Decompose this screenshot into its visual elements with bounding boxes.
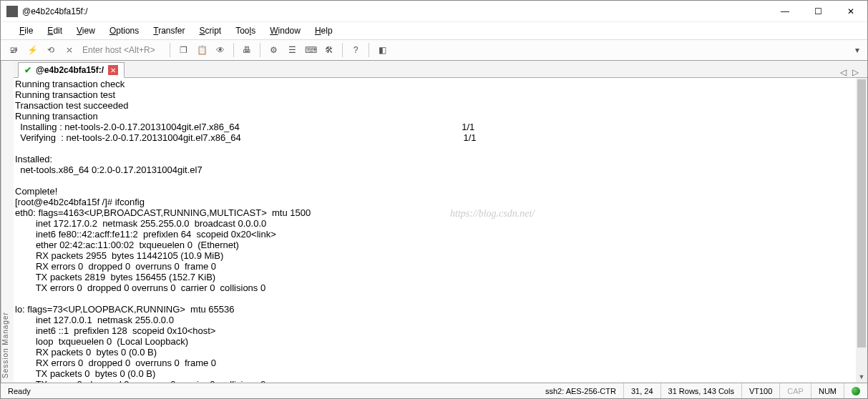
minimize-button[interactable]: — (769, 1, 801, 22)
menu-edit[interactable]: Edit (42, 24, 68, 37)
close-button[interactable]: ✕ (834, 1, 867, 22)
menu-transfer[interactable]: Transfer (147, 24, 190, 37)
paste-icon[interactable]: 📋 (193, 41, 210, 59)
terminal-output: Running transaction check Running transa… (15, 79, 863, 383)
maximize-icon: ☐ (814, 6, 822, 16)
menu-script[interactable]: Script (194, 24, 228, 37)
tab-next-icon[interactable]: ▷ (852, 67, 859, 77)
minimize-icon: — (781, 6, 789, 16)
close-icon: ✕ (847, 6, 854, 16)
separator (369, 43, 369, 57)
copy-icon[interactable]: ❐ (175, 41, 192, 59)
status-cursor-pos: 31, 24 (624, 383, 661, 398)
main-row: Session Manager ✔ @e4b2c4bfa15f:/ ✕ ◁ ▷ … (1, 61, 867, 383)
connect-icon[interactable]: 🖳 (5, 41, 22, 59)
tab-nav: ◁ ▷ (840, 67, 863, 77)
help-icon[interactable]: ? (347, 41, 364, 59)
menu-view[interactable]: View (71, 24, 101, 37)
tab-close-button[interactable]: ✕ (108, 65, 118, 75)
settings-icon[interactable]: ⚙ (265, 41, 282, 59)
find-icon[interactable]: 👁 (212, 41, 229, 59)
menu-bar: File Edit View Options Transfer Script T… (1, 22, 867, 39)
session-tab[interactable]: ✔ @e4b2c4bfa15f:/ ✕ (18, 62, 125, 78)
print-icon[interactable]: 🖶 (238, 41, 255, 59)
session-manager-tab[interactable]: Session Manager (1, 61, 14, 383)
extra-icon[interactable]: ◧ (374, 41, 391, 59)
main-area: ✔ @e4b2c4bfa15f:/ ✕ ◁ ▷ https://blog.csd… (14, 61, 867, 383)
reconnect-icon[interactable]: ⟲ (42, 41, 59, 59)
menu-tools[interactable]: Tools (230, 24, 261, 37)
tab-label: @e4b2c4bfa15f:/ (36, 65, 104, 75)
disconnect-icon[interactable]: ⤫ (61, 41, 78, 59)
separator (170, 43, 170, 57)
separator (233, 43, 234, 57)
status-record (844, 383, 867, 398)
menu-file[interactable]: File (14, 24, 39, 37)
scroll-thumb[interactable] (857, 79, 866, 348)
terminal[interactable]: https://blog.csdn.net/ Running transacti… (14, 78, 867, 383)
separator (260, 43, 260, 57)
host-input[interactable]: Enter host <Alt+R> (79, 44, 165, 56)
menu-options[interactable]: Options (104, 24, 145, 37)
separator (342, 43, 343, 57)
tab-prev-icon[interactable]: ◁ (840, 67, 847, 77)
status-term: VT100 (742, 383, 780, 398)
menu-window[interactable]: Window (264, 24, 306, 37)
window-title: @e4b2c4bfa15f:/ (22, 6, 769, 16)
scroll-down-icon[interactable]: ▼ (856, 371, 867, 383)
toolbar: 🖳 ⚡ ⟲ ⤫ Enter host <Alt+R> ❐ 📋 👁 🖶 ⚙ ☰ ⌨… (1, 39, 867, 61)
status-size: 31 Rows, 143 Cols (661, 383, 742, 398)
status-num: NUM (811, 383, 844, 398)
status-cap: CAP (780, 383, 811, 398)
scrollbar[interactable]: ▲ ▼ (856, 78, 867, 383)
status-bar: Ready ssh2: AES-256-CTR 31, 24 31 Rows, … (1, 383, 867, 398)
record-icon (852, 387, 860, 395)
menu-help[interactable]: Help (309, 24, 338, 37)
connected-check-icon: ✔ (24, 65, 31, 75)
app-icon (6, 6, 18, 17)
maximize-button[interactable]: ☐ (801, 1, 834, 22)
session-options-icon[interactable]: ☰ (283, 41, 301, 59)
quick-connect-icon[interactable]: ⚡ (24, 41, 41, 59)
tools-icon[interactable]: 🛠 (321, 41, 338, 59)
status-ready: Ready (1, 383, 38, 398)
status-connection: ssh2: AES-256-CTR (538, 383, 624, 398)
title-bar: @e4b2c4bfa15f:/ — ☐ ✕ (1, 1, 867, 22)
tab-strip: ✔ @e4b2c4bfa15f:/ ✕ ◁ ▷ (14, 61, 867, 78)
keymap-icon[interactable]: ⌨ (302, 41, 319, 59)
toolbar-dropdown-icon[interactable]: ▾ (852, 45, 863, 55)
